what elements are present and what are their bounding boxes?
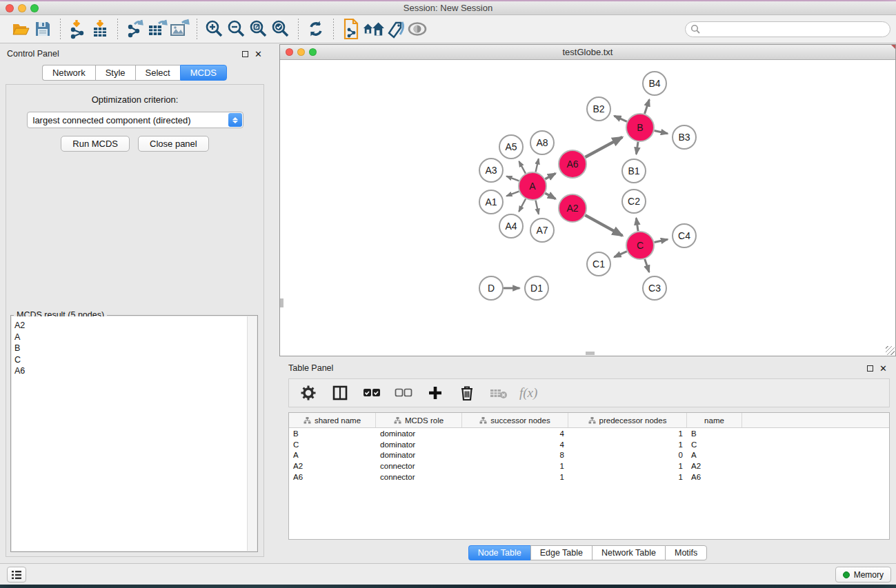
table-row[interactable]: Bdominator41B: [289, 428, 889, 439]
home-icon[interactable]: [362, 17, 384, 41]
table-cell[interactable]: 1: [568, 462, 687, 470]
zoom-in-icon[interactable]: [203, 17, 226, 41]
horizontal-scroll-thumb[interactable]: [586, 352, 595, 355]
graph-edge-B-B1[interactable]: [636, 142, 638, 154]
export-network-icon[interactable]: [124, 17, 146, 41]
result-scrollbar[interactable]: [247, 316, 257, 551]
table-row[interactable]: Adominator80A: [289, 450, 889, 461]
result-item[interactable]: A2: [14, 320, 257, 332]
criterion-select[interactable]: largest connected component (directed): [27, 112, 243, 128]
table-cell[interactable]: 1: [462, 473, 568, 481]
graph-edge-C-C3[interactable]: [645, 259, 649, 272]
close-panel-icon[interactable]: ✕: [255, 51, 262, 57]
float-table-panel-icon[interactable]: [867, 365, 873, 372]
run-mcds-button[interactable]: Run MCDS: [61, 136, 130, 152]
zoom-out-icon[interactable]: [226, 17, 248, 41]
delete-table-icon[interactable]: [488, 381, 510, 405]
select-all-icon[interactable]: [361, 381, 383, 405]
table-row[interactable]: Cdominator41C: [289, 439, 889, 450]
graph-edge-A2-C[interactable]: [585, 215, 622, 236]
column-header-successor-nodes[interactable]: successor nodes: [462, 413, 568, 427]
table-cell[interactable]: A2: [289, 462, 376, 470]
tab-select[interactable]: Select: [135, 65, 180, 81]
table-cell[interactable]: connector: [376, 473, 462, 481]
graph-edge-A-A2[interactable]: [545, 193, 555, 199]
export-image-icon[interactable]: [168, 17, 190, 41]
graph-edge-B-B4[interactable]: [645, 99, 650, 114]
table-cell[interactable]: 1: [462, 462, 568, 470]
zoom-selected-icon[interactable]: [270, 17, 292, 41]
tab-edge-table[interactable]: Edge Table: [530, 545, 592, 560]
graph-edge-A-A1[interactable]: [506, 192, 519, 196]
settings-gear-icon[interactable]: [297, 381, 319, 405]
mcds-result-list[interactable]: A2ABCA6: [12, 316, 257, 551]
zoom-fit-icon[interactable]: [248, 17, 270, 41]
table-cell[interactable]: A6: [289, 473, 376, 481]
table-cell[interactable]: A: [687, 451, 742, 459]
resize-grip[interactable]: [886, 346, 895, 355]
show-panels-button[interactable]: [7, 567, 26, 582]
close-table-panel-icon[interactable]: ✕: [879, 365, 887, 372]
table-cell[interactable]: dominator: [376, 429, 462, 438]
tab-style[interactable]: Style: [95, 65, 135, 81]
graph-edge-C-C1[interactable]: [614, 252, 626, 257]
function-builder-icon[interactable]: f(x): [519, 385, 537, 401]
result-item[interactable]: B: [14, 343, 257, 354]
graph-edge-A-A6[interactable]: [545, 174, 555, 179]
tab-network-table[interactable]: Network Table: [592, 545, 665, 560]
table-cell[interactable]: 1: [568, 440, 687, 449]
close-window-icon[interactable]: [6, 4, 14, 12]
network-canvas[interactable]: B4B2BB3A8A5A6A3B1AA1C2A2A4A7C4CC1C3DD1: [280, 61, 895, 356]
search-input[interactable]: [685, 21, 890, 37]
result-item[interactable]: C: [14, 354, 257, 366]
graph-edge-A-A8[interactable]: [536, 159, 539, 172]
float-panel-icon[interactable]: [242, 51, 248, 57]
table-cell[interactable]: A6: [687, 473, 742, 481]
refresh-icon[interactable]: [305, 17, 327, 41]
table-row[interactable]: A2connector11A2: [289, 460, 889, 472]
network-zoom-icon[interactable]: [309, 48, 317, 56]
graph-edge-C-C4[interactable]: [655, 239, 668, 242]
network-file-icon[interactable]: [340, 17, 362, 41]
graph-edge-A-A5[interactable]: [519, 161, 526, 174]
export-table-icon[interactable]: [146, 17, 168, 41]
table-cell[interactable]: 0: [568, 451, 687, 459]
import-table-icon[interactable]: [89, 17, 111, 41]
hide-labels-icon[interactable]: [384, 17, 406, 41]
table-cell[interactable]: A: [289, 451, 376, 459]
table-cell[interactable]: 8: [462, 451, 568, 459]
close-panel-button[interactable]: Close panel: [138, 136, 209, 152]
node-table[interactable]: shared nameMCDS rolesuccessor nodesprede…: [288, 412, 890, 540]
network-minimize-icon[interactable]: [297, 48, 305, 56]
column-layout-icon[interactable]: [329, 381, 351, 405]
table-cell[interactable]: 4: [462, 440, 568, 449]
deselect-all-icon[interactable]: [392, 381, 415, 405]
table-cell[interactable]: B: [289, 429, 376, 438]
tab-node-table[interactable]: Node Table: [468, 545, 530, 560]
column-header-MCDS-role[interactable]: MCDS role: [376, 413, 462, 427]
column-header-name[interactable]: name: [687, 413, 742, 427]
minimize-window-icon[interactable]: [18, 4, 26, 12]
table-cell[interactable]: 1: [568, 429, 687, 438]
zoom-window-icon[interactable]: [30, 4, 39, 12]
table-cell[interactable]: connector: [376, 462, 462, 470]
save-session-icon[interactable]: [32, 17, 54, 41]
table-cell[interactable]: C: [289, 440, 376, 449]
table-cell[interactable]: dominator: [376, 451, 462, 459]
graph-edge-A-A7[interactable]: [535, 201, 538, 214]
delete-column-icon[interactable]: [456, 381, 478, 405]
network-close-icon[interactable]: [286, 48, 293, 56]
tab-network[interactable]: Network: [42, 65, 95, 81]
tab-mcds[interactable]: MCDS: [180, 65, 227, 81]
graph-edge-B-B2[interactable]: [614, 116, 626, 121]
table-cell[interactable]: dominator: [376, 440, 462, 449]
table-cell[interactable]: 4: [462, 429, 568, 438]
vertical-scroll-thumb[interactable]: [280, 298, 283, 307]
column-header-shared-name[interactable]: shared name: [289, 413, 376, 427]
open-file-icon[interactable]: [10, 17, 32, 41]
eye-icon[interactable]: [406, 17, 428, 41]
result-item[interactable]: A6: [14, 365, 257, 377]
add-column-icon[interactable]: [424, 381, 446, 405]
graph-edge-A6-B[interactable]: [585, 137, 622, 157]
table-cell[interactable]: C: [687, 440, 742, 449]
